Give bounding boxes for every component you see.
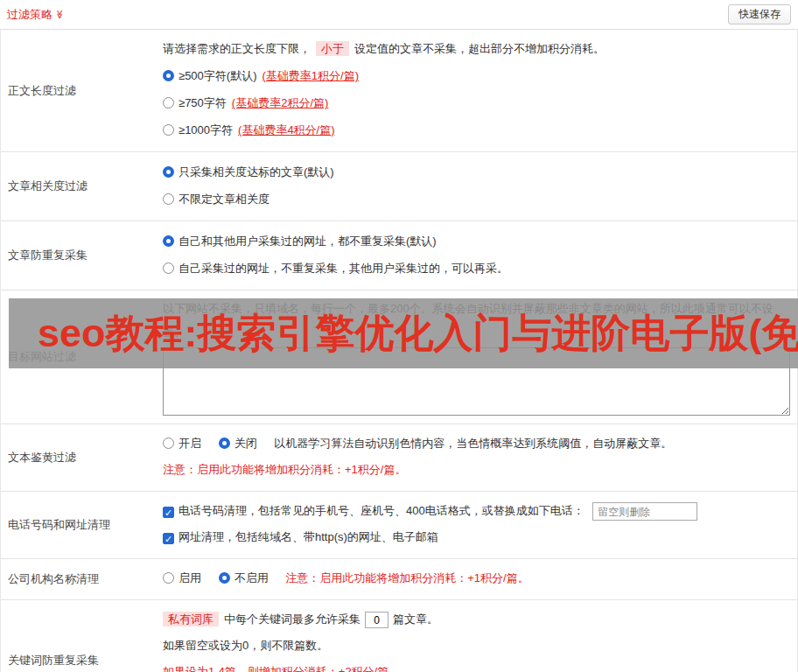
length-option-500[interactable]: ≥500字符(默认)(基础费率1积分/篇)	[163, 62, 790, 89]
dedup-option-self[interactable]: 自己采集过的网址，不重复采集，其他用户采集过的，可以再采。	[163, 255, 790, 282]
radio-porn-off[interactable]	[219, 438, 230, 449]
porn-filter-option-on[interactable]: 开启	[163, 437, 205, 450]
row-keyword-dedup: 关键词防重复采集 私有词库中每个关键词最多允许采集篇文章。 如果留空或设为0，则…	[1, 600, 797, 672]
keyword-limit-suffix: 篇文章。	[393, 612, 438, 626]
keyword-dedup-label: 关键词防重复采集	[1, 600, 156, 672]
radio-1000[interactable]	[163, 124, 174, 136]
keyword-limit-text: 中每个关键词最多允许采集	[224, 612, 360, 626]
page-header: 过滤策略≫ 快速保存	[0, 0, 798, 29]
relevance-option-strict[interactable]: 只采集相关度达标的文章(默认)	[163, 158, 790, 186]
dedup-option-global[interactable]: 自己和其他用户采集过的网址，都不重复采集(默认)	[163, 228, 790, 255]
private-lexicon-highlight: 私有词库	[163, 612, 219, 626]
phone-cleanup-option[interactable]: 电话号码清理，包括常见的手机号、座机号、400电话格式，或替换成如下电话：	[163, 504, 587, 517]
intro-pre-text: 请选择需求的正文长度下限，	[163, 42, 311, 55]
url-cleanup-label: 网址清理，包括纯域名、带http(s)的网址、电子邮箱	[178, 530, 438, 543]
intro-post-text: 设定值的文章不采集，超出部分不增加积分消耗。	[354, 42, 605, 55]
porn-filter-on-label: 开启	[178, 437, 201, 450]
length-option-500-fee: (基础费率1积分/篇)	[262, 69, 359, 82]
radio-company-off[interactable]	[219, 572, 230, 584]
radio-relevance-any[interactable]	[163, 193, 174, 205]
company-option-on[interactable]: 启用	[163, 571, 205, 584]
less-than-highlight: 小于	[316, 41, 349, 56]
page-title-text: 过滤策略	[7, 8, 52, 21]
radio-company-on[interactable]	[163, 572, 174, 584]
length-option-1000[interactable]: ≥1000字符(基础费率4积分/篇)	[163, 116, 790, 144]
length-option-750-label: ≥750字符	[178, 96, 227, 109]
row-content-length-filter: 正文长度过滤 请选择需求的正文长度下限，小于设定值的文章不采集，超出部分不增加积…	[1, 30, 797, 152]
checkbox-url-cleanup[interactable]	[163, 533, 174, 544]
radio-750[interactable]	[163, 97, 174, 108]
length-option-1000-fee: (基础费率4积分/篇)	[238, 123, 335, 136]
keyword-limit-line: 私有词库中每个关键词最多允许采集篇文章。	[163, 606, 790, 633]
phone-cleanup-label: 电话号码清理，包括常见的手机号、座机号、400电话格式，或替换成如下电话：	[178, 504, 584, 517]
page-title[interactable]: 过滤策略≫	[7, 7, 64, 23]
keyword-note-unlimited: 如果留空或设为0，则不限篇数。	[163, 633, 790, 659]
chevron-down-icon: ≫	[55, 10, 65, 18]
keyword-note-cost: 如果设为1-4篇，则增加积分消耗：+2积分/篇。	[163, 659, 790, 672]
porn-filter-warning: 注意：启用此功能将增加积分消耗：+1积分/篇。	[163, 457, 790, 483]
relevance-option-any[interactable]: 不限定文章相关度	[163, 186, 790, 213]
company-option-off[interactable]: 不启用	[219, 571, 272, 584]
radio-porn-on[interactable]	[163, 438, 174, 449]
watermark-overlay: seo教程:搜索引擎优化入门与进阶电子版(免	[9, 298, 798, 368]
phone-url-label: 电话号码和网址清理	[1, 492, 156, 558]
row-relevance-filter: 文章相关度过滤 只采集相关度达标的文章(默认) 不限定文章相关度	[1, 152, 797, 221]
porn-filter-option-off[interactable]: 关闭	[219, 437, 261, 450]
content-length-label: 正文长度过滤	[1, 30, 156, 151]
relevance-label: 文章相关度过滤	[1, 152, 156, 220]
company-on-label: 启用	[178, 571, 201, 584]
row-phone-url-cleanup: 电话号码和网址清理 电话号码清理，包括常见的手机号、座机号、400电话格式，或替…	[1, 492, 797, 559]
checkbox-phone-cleanup[interactable]	[163, 507, 174, 518]
row-dedup-filter: 文章防重复采集 自己和其他用户采集过的网址，都不重复采集(默认) 自己采集过的网…	[1, 221, 797, 290]
relevance-option-any-label: 不限定文章相关度	[178, 192, 270, 206]
length-option-500-label: ≥500字符(默认)	[178, 69, 256, 82]
length-option-1000-label: ≥1000字符	[178, 123, 233, 136]
radio-500[interactable]	[163, 70, 174, 81]
company-cleanup-warning: 注意：启用此功能将增加积分消耗：+1积分/篇。	[285, 571, 528, 584]
keyword-count-input[interactable]	[365, 612, 388, 628]
porn-filter-label: 文本鉴黄过滤	[1, 424, 156, 491]
porn-filter-off-label: 关闭	[234, 437, 257, 450]
row-company-cleanup: 公司机构名称清理 启用 不启用 注意：启用此功能将增加积分消耗：+1积分/篇。	[1, 559, 797, 600]
replacement-phone-input[interactable]	[592, 502, 697, 521]
length-option-750[interactable]: ≥750字符(基础费率2积分/篇)	[163, 89, 790, 116]
dedup-option-global-label: 自己和其他用户采集过的网址，都不重复采集(默认)	[178, 234, 437, 248]
radio-relevance-strict[interactable]	[163, 166, 174, 178]
dedup-label: 文章防重复采集	[1, 221, 156, 290]
content-length-intro: 请选择需求的正文长度下限，小于设定值的文章不采集，超出部分不增加积分消耗。	[163, 36, 790, 62]
quick-save-button[interactable]: 快速保存	[728, 4, 791, 24]
radio-dedup-global[interactable]	[163, 235, 174, 247]
company-cleanup-label: 公司机构名称清理	[1, 559, 156, 599]
porn-filter-description: 以机器学习算法自动识别色情内容，当色情概率达到系统阈值，自动屏蔽文章。	[274, 437, 672, 450]
url-cleanup-option[interactable]: 网址清理，包括纯域名、带http(s)的网址、电子邮箱	[163, 530, 438, 543]
company-off-label: 不启用	[234, 571, 269, 584]
radio-dedup-self[interactable]	[163, 262, 174, 274]
row-porn-filter: 文本鉴黄过滤 开启 关闭 以机器学习算法自动识别色情内容，当色情概率达到系统阈值…	[1, 424, 797, 492]
length-option-750-fee: (基础费率2积分/篇)	[232, 96, 329, 109]
dedup-option-self-label: 自己采集过的网址，不重复采集，其他用户采集过的，可以再采。	[178, 262, 508, 275]
relevance-option-strict-label: 只采集相关度达标的文章(默认)	[178, 165, 334, 178]
watermark-text: seo教程:搜索引擎优化入门与进阶电子版(免	[38, 311, 798, 355]
